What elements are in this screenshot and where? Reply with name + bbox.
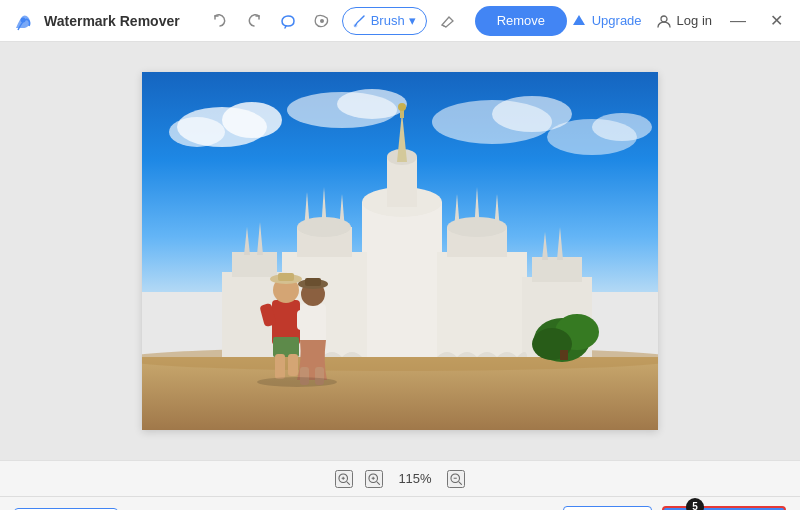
svg-point-3: [661, 16, 667, 22]
zoom-bar: 115%: [0, 460, 800, 496]
titlebar-left: Watermark Remover: [12, 6, 567, 36]
svg-point-15: [592, 113, 652, 141]
svg-rect-16: [362, 202, 442, 357]
toolbar-icons: Brush ▾ Remove: [206, 6, 567, 36]
svg-point-11: [337, 89, 407, 119]
action-right: 5 Crop Download: [563, 506, 786, 511]
close-button[interactable]: ✕: [764, 9, 788, 33]
zoom-out-button[interactable]: [447, 470, 465, 488]
eraser-tool-button[interactable]: [433, 7, 461, 35]
svg-point-9: [169, 117, 225, 147]
login-button[interactable]: Log in: [656, 13, 712, 29]
notification-badge: 5: [686, 498, 704, 511]
svg-point-0: [21, 17, 26, 22]
svg-point-8: [222, 102, 282, 138]
svg-point-62: [257, 377, 337, 387]
svg-rect-21: [400, 110, 404, 118]
brush-label: Brush: [371, 13, 405, 28]
zoom-level-display: 115%: [395, 471, 435, 486]
lasso-tool-button[interactable]: [274, 7, 302, 35]
paint-tool-button[interactable]: [308, 7, 336, 35]
svg-point-22: [398, 103, 406, 111]
user-icon: [656, 13, 672, 29]
crop-button[interactable]: Crop: [563, 506, 651, 511]
undo-button[interactable]: [206, 7, 234, 35]
reset-zoom-button[interactable]: [335, 470, 353, 488]
titlebar-right: Upgrade Log in — ✕: [571, 9, 788, 33]
app-logo-icon: [12, 10, 34, 32]
upgrade-button[interactable]: Upgrade: [571, 13, 642, 29]
svg-rect-58: [305, 278, 321, 286]
action-bar: New Image 5 Crop Download: [0, 496, 800, 510]
svg-rect-51: [273, 337, 299, 357]
image-container[interactable]: [142, 72, 658, 430]
main-canvas-area: [0, 42, 800, 460]
svg-rect-46: [560, 350, 568, 360]
svg-rect-40: [532, 257, 582, 282]
svg-rect-61: [297, 310, 307, 330]
svg-rect-36: [232, 252, 277, 277]
svg-rect-52: [275, 354, 285, 379]
brush-chevron: ▾: [409, 13, 416, 28]
svg-point-2: [353, 23, 357, 27]
svg-rect-50: [278, 273, 294, 281]
titlebar: Watermark Remover: [0, 0, 800, 42]
upgrade-icon: [571, 13, 587, 29]
scene-image: [142, 72, 658, 430]
zoom-in-button[interactable]: [365, 470, 383, 488]
redo-button[interactable]: [240, 7, 268, 35]
minimize-button[interactable]: —: [726, 9, 750, 33]
app-title: Watermark Remover: [44, 13, 180, 29]
remove-button[interactable]: Remove: [475, 6, 567, 36]
download-button[interactable]: Download: [662, 506, 786, 511]
brush-tool-button[interactable]: Brush ▾: [342, 7, 427, 35]
svg-rect-53: [288, 354, 298, 376]
svg-point-1: [320, 19, 324, 23]
svg-rect-29: [437, 252, 527, 357]
